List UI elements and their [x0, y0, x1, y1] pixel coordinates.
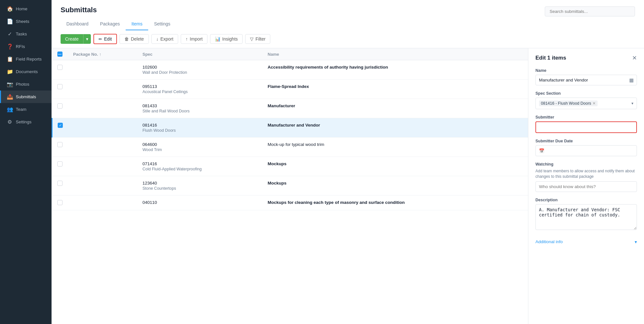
td-package-no	[68, 60, 137, 80]
watching-description: Add team members to allow access and not…	[535, 168, 637, 179]
row-checkbox[interactable]	[57, 65, 62, 70]
sidebar-item-label: Submittals	[16, 94, 36, 99]
sidebar-item-label: Field Reports	[16, 57, 42, 62]
sidebar-item-label: Sheets	[16, 19, 29, 24]
submittals-table: — Package No. ↑ Spec Name	[52, 48, 528, 210]
row-checkbox[interactable]	[57, 181, 62, 186]
edit-icon: ✏	[99, 37, 102, 42]
spec-section-field-group: Spec Section 081416 - Flush Wood Doors ✕…	[535, 91, 637, 109]
table-row: 040110Mockups for cleaning each type of …	[52, 195, 528, 210]
row-checkbox[interactable]	[57, 84, 62, 89]
sidebar-item-team[interactable]: 👥 Team	[0, 103, 52, 116]
team-icon: 👥	[7, 106, 13, 112]
description-textarea[interactable]	[535, 204, 637, 230]
table-row: 123640Stone CountertopsMockups	[52, 176, 528, 195]
td-name: Flame-Spread Index	[263, 80, 528, 99]
sidebar-item-label: Tasks	[16, 32, 27, 36]
td-package-no	[68, 138, 137, 157]
sidebar-item-field-reports[interactable]: 📋 Field Reports	[0, 53, 52, 65]
td-spec: 064600Wood Trim	[137, 138, 263, 157]
table-row: 064600Wood TrimMock-up for typical wood …	[52, 138, 528, 157]
sidebar-item-sheets[interactable]: 📄 Sheets	[0, 15, 52, 28]
th-name[interactable]: Name	[263, 48, 528, 60]
submitter-input[interactable]	[535, 121, 637, 133]
sidebar-item-home[interactable]: 🏠 Home	[0, 3, 52, 15]
tabs: Dashboard Packages Items Settings	[52, 19, 644, 30]
spec-section-value[interactable]: 081416 - Flush Wood Doors ✕ ▾	[535, 98, 637, 109]
table-row: ✓081416Flush Wood DoorsManufacturer and …	[52, 118, 528, 138]
rfis-icon: ❓	[7, 43, 13, 50]
delete-button[interactable]: 🗑 Delete	[120, 34, 149, 44]
close-icon[interactable]: ✕	[632, 55, 637, 61]
insights-button[interactable]: 📊 Insights	[210, 34, 243, 44]
spec-remove-icon[interactable]: ✕	[592, 101, 596, 106]
row-checkbox[interactable]	[57, 200, 62, 205]
settings-icon: ⚙	[7, 119, 13, 125]
documents-icon: 📁	[7, 69, 13, 75]
sidebar-item-documents[interactable]: 📁 Documents	[0, 65, 52, 78]
sidebar-item-label: Photos	[16, 82, 29, 87]
due-date-field[interactable]: 📅	[535, 145, 637, 156]
search-input[interactable]	[545, 6, 635, 16]
row-checkbox[interactable]	[57, 142, 62, 147]
table-wrapper: — Package No. ↑ Spec Name	[52, 48, 528, 324]
filter-button[interactable]: ▽ Filter	[245, 34, 270, 44]
tab-packages[interactable]: Packages	[94, 19, 126, 30]
td-package-no	[68, 99, 137, 118]
sidebar-item-label: Team	[16, 107, 26, 112]
td-package-no	[68, 195, 137, 210]
spec-dropdown-icon[interactable]: ▾	[631, 101, 633, 106]
name-field-label: Name	[535, 68, 637, 73]
td-package-no	[68, 80, 137, 99]
create-button[interactable]: Create ▾	[61, 34, 91, 44]
th-spec[interactable]: Spec	[137, 48, 263, 60]
watching-input[interactable]	[535, 181, 637, 192]
panel-header: Edit 1 items ✕	[535, 55, 637, 61]
sidebar-item-tasks[interactable]: ✓ Tasks	[0, 28, 52, 40]
spec-section-wrapper: 081416 - Flush Wood Doors ✕ ▾	[535, 98, 637, 109]
insights-label: Insights	[222, 36, 238, 42]
td-spec: 081433Stile and Rail Wood Doors	[137, 99, 263, 118]
td-spec: 071416Cold Fluid-Applied Waterproofing	[137, 157, 263, 176]
create-dropdown-arrow[interactable]: ▾	[83, 34, 91, 44]
sidebar-item-label: RFIs	[16, 44, 25, 49]
spec-tag: 081416 - Flush Wood Doors ✕	[539, 100, 598, 106]
sidebar-item-label: Home	[16, 6, 27, 11]
name-input[interactable]	[535, 75, 637, 85]
photos-icon: 📷	[7, 81, 13, 87]
row-checkbox[interactable]	[57, 103, 62, 109]
td-spec: 081416Flush Wood Doors	[137, 118, 263, 138]
tab-settings[interactable]: Settings	[148, 19, 176, 30]
table-row: 071416Cold Fluid-Applied WaterproofingMo…	[52, 157, 528, 176]
table-header-row: — Package No. ↑ Spec Name	[52, 48, 528, 60]
content-area: — Package No. ↑ Spec Name	[52, 48, 644, 324]
calendar-icon: 📅	[539, 148, 544, 153]
tab-items[interactable]: Items	[126, 19, 148, 30]
import-button[interactable]: ↑ Import	[181, 34, 207, 44]
th-package-no[interactable]: Package No. ↑	[68, 48, 137, 60]
export-label: Export	[160, 36, 173, 42]
row-checkbox[interactable]: ✓	[58, 123, 63, 128]
td-spec: 040110	[137, 195, 263, 210]
td-name: Mockups for cleaning each type of masonr…	[263, 195, 528, 210]
chevron-down-icon: ▾	[635, 239, 637, 244]
sidebar-item-submittals[interactable]: 📤 Submittals	[0, 91, 52, 103]
td-name: Accessibility requirements of authority …	[263, 60, 528, 80]
export-button[interactable]: ↓ Export	[151, 34, 178, 44]
sidebar-item-rfis[interactable]: ❓ RFIs	[0, 40, 52, 53]
td-package-no	[68, 157, 137, 176]
edit-button[interactable]: ✏ Edit	[93, 34, 117, 44]
select-all-checkbox[interactable]: —	[57, 52, 62, 57]
tab-dashboard[interactable]: Dashboard	[61, 19, 94, 30]
submitter-field-group: Submitter	[535, 115, 637, 133]
row-checkbox[interactable]	[57, 161, 62, 167]
watching-label: Watching	[535, 162, 637, 167]
sidebar-item-photos[interactable]: 📷 Photos	[0, 78, 52, 91]
td-name: Mockups	[263, 157, 528, 176]
submittals-icon: 📤	[7, 94, 13, 100]
filter-icon: ▽	[250, 36, 254, 42]
td-package-no	[68, 118, 137, 138]
sidebar-item-settings[interactable]: ⚙ Settings	[0, 116, 52, 128]
additional-info-section[interactable]: Additional info ▾	[535, 237, 637, 244]
import-label: Import	[190, 36, 203, 42]
